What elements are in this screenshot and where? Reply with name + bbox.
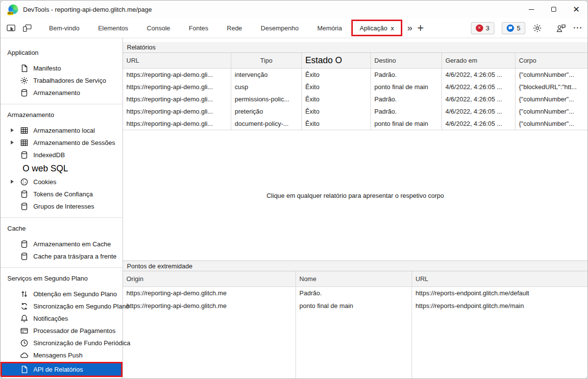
endpoints-section-title: Pontos de extremidade	[123, 261, 588, 271]
reporting-api-panel: Relatórios URL Tipo Estado O Destino Ger…	[123, 42, 588, 379]
tab-elementos[interactable]: Elementos	[89, 18, 137, 38]
maximize-button[interactable]	[542, 0, 565, 18]
more-tabs-icon[interactable]: »	[407, 23, 413, 33]
column-header-gerado-em[interactable]: Gerado em	[442, 53, 515, 69]
report-cell-gerado[interactable]: 4/6/2022, 4:26:05 ...	[442, 69, 515, 81]
column-header-estado[interactable]: Estado O	[302, 53, 371, 69]
tab-memoria[interactable]: Memória	[308, 18, 351, 38]
report-cell-estado[interactable]: Êxito	[302, 69, 371, 81]
more-menu-icon[interactable]: ···	[573, 24, 583, 32]
tab-fontes[interactable]: Fontes	[179, 18, 218, 38]
report-cell-gerado[interactable]: 4/6/2022, 4:26:05 ...	[442, 105, 515, 118]
sidebar-item-label: Processador de Pagamentos	[33, 327, 116, 334]
column-header-tipo[interactable]: Tipo	[231, 53, 302, 69]
expand-arrow-icon[interactable]	[11, 180, 14, 184]
section-cache: Cache Armazenamento em Cache Cache para …	[0, 217, 122, 267]
sidebar-item-back-forward-cache[interactable]: Cache para trás/para a frente	[0, 250, 122, 262]
sidebar-item-cache-storage[interactable]: Armazenamento em Cache	[0, 238, 122, 250]
sidebar-item-session-storage[interactable]: Armazenamento de Sessões	[0, 137, 122, 149]
tab-desempenho[interactable]: Desempenho	[251, 18, 308, 38]
report-cell-estado[interactable]: Êxito	[302, 81, 371, 93]
tab-rede[interactable]: Rede	[218, 18, 251, 38]
sidebar-item-push-messaging[interactable]: Mensagens Push	[0, 349, 122, 361]
report-cell-gerado[interactable]: 4/6/2022, 4:26:05 ...	[442, 118, 515, 130]
report-cell-url[interactable]: https://reporting-api-demo.gli...	[123, 81, 231, 93]
inspect-element-icon[interactable]	[6, 24, 16, 33]
sync-arrows-icon	[20, 302, 28, 310]
sidebar-item-background-sync[interactable]: Sincronização em Segundo Plano	[0, 300, 122, 312]
column-header-nome[interactable]: Nome	[296, 271, 412, 287]
sidebar-item-manifesto[interactable]: Manifesto	[0, 62, 122, 74]
report-cell-url[interactable]: https://reporting-api-demo.gli...	[123, 105, 231, 118]
sidebar-item-cookies[interactable]: Cookies	[0, 176, 122, 188]
report-cell-destino[interactable]: Padrão.	[371, 93, 442, 105]
sidebar-item-storage[interactable]: Armazenamento	[0, 87, 122, 99]
bell-icon	[20, 314, 28, 323]
section-application: Application Manifesto Trabalhadores de S…	[0, 42, 122, 104]
expand-arrow-icon[interactable]	[11, 128, 14, 132]
section-storage: Armazenamento Armazenamento local Armaze…	[0, 104, 122, 217]
column-header-url[interactable]: URL	[123, 53, 231, 69]
column-header-destino[interactable]: Destino	[371, 53, 442, 69]
report-cell-gerado[interactable]: 4/6/2022, 4:26:05 ...	[442, 81, 515, 93]
report-cell-estado[interactable]: Êxito	[302, 118, 371, 130]
sidebar-item-label: Grupos de Interesses	[33, 203, 94, 210]
column-header-corpo[interactable]: Corpo	[515, 53, 588, 69]
database-icon	[20, 202, 28, 211]
tab-aplicacao[interactable]: Aplicação x	[351, 20, 402, 36]
report-cell-destino[interactable]: Padrão.	[371, 105, 442, 118]
add-tab-icon[interactable]: +	[417, 23, 423, 34]
report-cell-corpo[interactable]: {"columnNumber"...	[515, 69, 588, 81]
sidebar-item-reporting-api[interactable]: API de Relatórios	[2, 363, 121, 376]
sidebar-item-notifications[interactable]: Notificações	[0, 312, 122, 325]
sidebar-item-local-storage[interactable]: Armazenamento local	[0, 124, 122, 137]
report-cell-tipo[interactable]: document-policy-...	[231, 118, 302, 130]
report-cell-tipo[interactable]: cusp	[231, 81, 302, 93]
tab-bem-vindo[interactable]: Bem-vindo	[40, 18, 89, 38]
error-count-badge[interactable]: × 3	[471, 22, 494, 34]
sidebar-item-payment-handler[interactable]: Processador de Pagamentos	[0, 325, 122, 337]
report-cell-corpo[interactable]: {"columnNumber"...	[515, 118, 588, 130]
report-cell-corpo[interactable]: {"columnNumber"...	[515, 93, 588, 105]
device-toolbar-icon[interactable]	[23, 24, 32, 33]
report-cell-tipo[interactable]: intervenção	[231, 69, 302, 81]
sidebar-item-label: Mensagens Push	[33, 352, 82, 359]
sidebar-item-interest-groups[interactable]: Grupos de Interesses	[0, 200, 122, 213]
title-bar: DEV DevTools - reporting-api-demo.glitch…	[0, 0, 588, 18]
report-cell-destino[interactable]: ponto final de main	[371, 81, 442, 93]
column-header-endpoint-url[interactable]: URL	[412, 271, 588, 287]
report-cell-tipo[interactable]: permissions-polic...	[231, 93, 302, 105]
settings-gear-icon[interactable]	[533, 24, 542, 33]
sidebar-item-periodic-background-sync[interactable]: Sincronização de Fundo Periódica	[0, 337, 122, 349]
report-cell-destino[interactable]: ponto final de main	[371, 118, 442, 130]
sidebar-item-trust-tokens[interactable]: Tokens de Confiança	[0, 188, 122, 200]
report-cell-gerado[interactable]: 4/6/2022, 4:26:05 ...	[442, 93, 515, 105]
report-cell-url[interactable]: https://reporting-api-demo.gli...	[123, 93, 231, 105]
column-header-origin[interactable]: Origin	[123, 271, 296, 287]
report-cell-destino[interactable]: Padrão.	[371, 69, 442, 81]
expand-arrow-icon[interactable]	[11, 141, 14, 144]
sidebar-item-background-fetch[interactable]: Obtenção em Segundo Plano	[0, 288, 122, 300]
minimize-button[interactable]	[520, 0, 542, 18]
tab-console[interactable]: Console	[138, 18, 180, 38]
sidebar-item-label: Sincronização em Segundo Plano	[33, 303, 129, 310]
report-cell-corpo[interactable]: {"columnNumber"...	[515, 105, 588, 118]
sidebar-item-service-workers[interactable]: Trabalhadores de Serviço	[0, 74, 122, 87]
report-cell-tipo[interactable]: preterição	[231, 105, 302, 118]
tab-close-icon[interactable]: x	[391, 24, 394, 32]
close-button[interactable]: ✕	[565, 0, 588, 18]
report-cell-url[interactable]: https://reporting-api-demo.gli...	[123, 69, 231, 81]
issues-count-badge[interactable]: 5	[502, 22, 525, 34]
report-cell-estado[interactable]: Êxito	[302, 105, 371, 118]
report-cell-estado[interactable]: Êxito	[302, 93, 371, 105]
report-cell-url[interactable]: https://reporting-api-demo.gli...	[123, 118, 231, 130]
reports-section-title: Relatórios	[123, 42, 588, 53]
feedback-icon[interactable]	[556, 24, 566, 33]
sidebar-item-label: Armazenamento em Cache	[33, 240, 111, 248]
endpoint-cell-nome: Padrão.	[296, 287, 412, 299]
edge-dev-app-icon: DEV	[8, 4, 18, 14]
panel-tabs: Bem-vindo Elementos Console Fontes Rede …	[40, 18, 402, 38]
report-cell-corpo[interactable]: {"blockedURL":"htt...	[515, 81, 588, 93]
sidebar-item-web-sql[interactable]: O web SQL	[0, 161, 122, 176]
sidebar-item-indexeddb[interactable]: IndexedDB	[0, 149, 122, 161]
